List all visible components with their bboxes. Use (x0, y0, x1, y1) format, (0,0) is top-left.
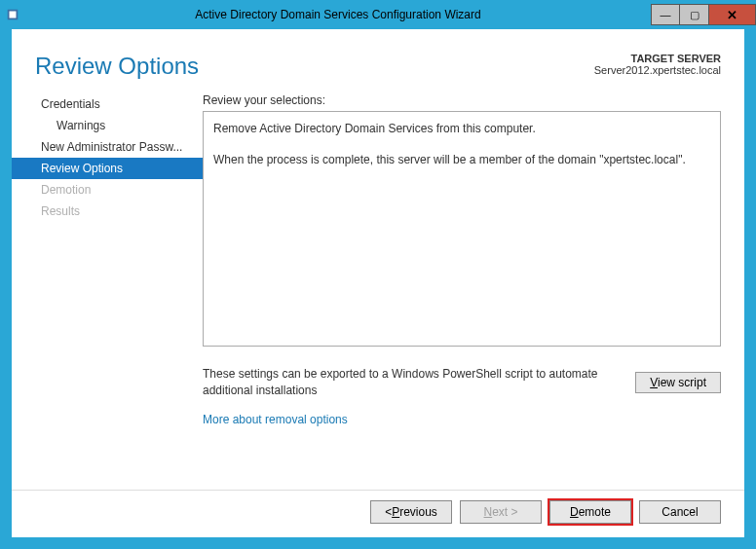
next-button: Next > (460, 500, 542, 524)
wizard-window: Active Directory Domain Services Configu… (0, 0, 756, 549)
wizard-inner: Review Options TARGET SERVER Server2012.… (12, 29, 744, 537)
app-icon (0, 8, 25, 21)
titlebar: Active Directory Domain Services Configu… (0, 0, 756, 29)
demote-button[interactable]: Demote (549, 500, 631, 524)
window-controls: — ▢ ✕ (651, 4, 756, 25)
svg-rect-1 (10, 12, 17, 18)
review-textbox[interactable]: Remove Active Directory Domain Services … (203, 111, 721, 347)
sidebar: Credentials Warnings New Administrator P… (12, 90, 203, 490)
main-panel: Review your selections: Remove Active Di… (203, 90, 744, 490)
body: Credentials Warnings New Administrator P… (12, 90, 744, 490)
page-title: Review Options (35, 53, 199, 80)
sidebar-item-results: Results (12, 201, 203, 222)
sidebar-item-review-options[interactable]: Review Options (12, 158, 203, 179)
target-server-block: TARGET SERVER Server2012.xpertstec.local (594, 53, 721, 76)
footer: < Previous Next > Demote Cancel (12, 490, 744, 537)
sidebar-item-demotion: Demotion (12, 179, 203, 201)
previous-button[interactable]: < Previous (370, 500, 452, 524)
view-script-button[interactable]: View script (635, 372, 721, 393)
sidebar-item-warnings[interactable]: Warnings (12, 115, 203, 136)
cancel-button[interactable]: Cancel (639, 500, 721, 524)
window-title: Active Directory Domain Services Configu… (25, 8, 651, 21)
export-description: These settings can be exported to a Wind… (203, 366, 620, 399)
review-line-2: When the process is complete, this serve… (213, 151, 710, 168)
more-about-removal-link[interactable]: More about removal options (203, 413, 721, 426)
sidebar-item-new-admin-password[interactable]: New Administrator Passw... (12, 136, 203, 158)
minimize-button[interactable]: — (651, 4, 680, 25)
header: Review Options TARGET SERVER Server2012.… (12, 29, 744, 90)
target-server-value: Server2012.xpertstec.local (594, 64, 721, 76)
target-server-label: TARGET SERVER (594, 53, 721, 64)
export-row: These settings can be exported to a Wind… (203, 366, 721, 399)
maximize-button[interactable]: ▢ (680, 4, 709, 25)
close-button[interactable]: ✕ (709, 4, 756, 25)
sidebar-item-credentials[interactable]: Credentials (12, 93, 203, 115)
review-line-1: Remove Active Directory Domain Services … (213, 120, 710, 137)
review-label: Review your selections: (203, 93, 721, 107)
